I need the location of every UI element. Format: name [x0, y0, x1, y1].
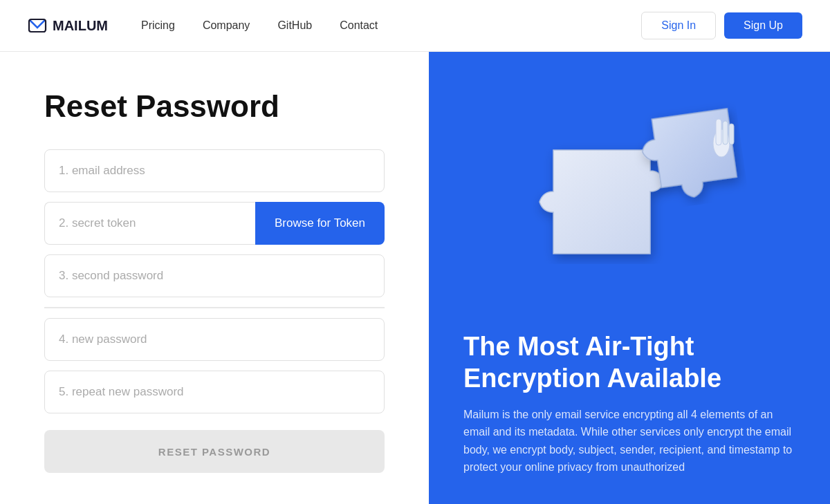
svg-rect-3 — [723, 121, 728, 144]
logo[interactable]: MAILUM — [28, 16, 108, 35]
main-content: Reset Password Browse for Token RESET PA… — [0, 52, 830, 504]
right-text-area: The Most Air-Tight Encryption Available … — [429, 317, 830, 504]
mailum-logo-icon — [28, 16, 47, 35]
browse-token-button[interactable]: Browse for Token — [255, 202, 385, 245]
signin-button[interactable]: Sign In — [641, 12, 716, 39]
reset-password-button[interactable]: RESET PASSWORD — [44, 430, 385, 473]
left-panel: Reset Password Browse for Token RESET PA… — [0, 52, 429, 504]
right-panel: The Most Air-Tight Encryption Available … — [429, 52, 830, 504]
new-password-group — [44, 318, 385, 361]
header-left: MAILUM Pricing Company GitHub Contact — [28, 16, 378, 35]
repeat-password-input[interactable] — [44, 371, 385, 413]
nav-company[interactable]: Company — [203, 19, 250, 32]
repeat-password-group — [44, 371, 385, 413]
svg-rect-4 — [729, 124, 734, 144]
right-panel-description: Mailum is the only email service encrypt… — [463, 406, 795, 476]
second-password-group — [44, 254, 385, 297]
page-title: Reset Password — [44, 90, 385, 123]
header: MAILUM Pricing Company GitHub Contact Si… — [0, 0, 830, 52]
logo-text: MAILUM — [53, 18, 108, 34]
second-password-input[interactable] — [44, 254, 385, 297]
puzzle-svg — [512, 88, 747, 295]
nav-pricing[interactable]: Pricing — [141, 19, 175, 32]
nav-github[interactable]: GitHub — [277, 19, 312, 32]
secret-token-input[interactable] — [44, 202, 255, 245]
email-group — [44, 149, 385, 192]
token-row: Browse for Token — [44, 202, 385, 245]
signup-button[interactable]: Sign Up — [724, 12, 802, 39]
nav: Pricing Company GitHub Contact — [141, 19, 378, 32]
puzzle-illustration-area — [429, 52, 830, 317]
email-input[interactable] — [44, 149, 385, 192]
new-password-input[interactable] — [44, 318, 385, 361]
header-right: Sign In Sign Up — [641, 12, 802, 39]
right-panel-title: The Most Air-Tight Encryption Available — [463, 331, 795, 394]
form-divider — [44, 307, 385, 308]
nav-contact[interactable]: Contact — [340, 19, 378, 32]
svg-rect-2 — [716, 119, 721, 145]
